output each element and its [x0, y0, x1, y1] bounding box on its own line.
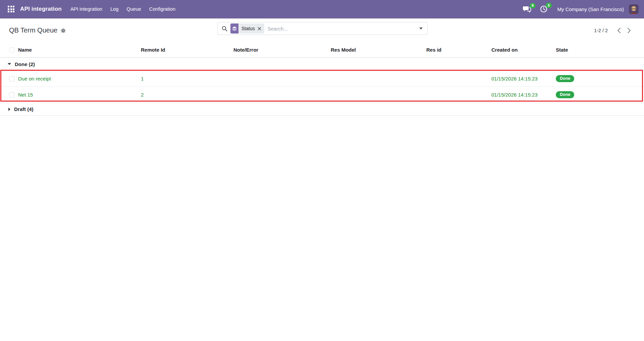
group-by-layers-icon: [230, 23, 238, 34]
navbar-menu: API integration Log Queue Configration: [66, 0, 179, 18]
table-row[interactable]: Due on receipt 1 01/15/2026 14:15:23 Don…: [0, 71, 644, 87]
avatar-image: [629, 4, 639, 14]
cell-state[interactable]: Done: [554, 91, 644, 98]
app-brand[interactable]: API integration: [20, 6, 62, 12]
select-all-checkbox-cell: [0, 47, 16, 53]
row-checkbox-cell: [0, 92, 16, 98]
search-input[interactable]: [268, 26, 415, 32]
messages-count-badge: 8: [530, 3, 535, 8]
row-checkbox-cell: [0, 76, 16, 81]
menu-item-log[interactable]: Log: [106, 0, 122, 18]
messages-icon[interactable]: 8: [523, 6, 531, 13]
column-header-res-id[interactable]: Res id: [424, 47, 489, 53]
pager-previous-button[interactable]: [614, 25, 624, 36]
pager-next-button[interactable]: [624, 25, 634, 36]
activities-count-badge: 5: [546, 3, 551, 8]
user-avatar[interactable]: [629, 4, 639, 14]
pager: 1-2 / 2: [594, 18, 634, 42]
group-header-done[interactable]: Done (2): [0, 58, 644, 71]
control-panel: QB Term Queue: [0, 18, 644, 42]
state-badge: Done: [556, 75, 574, 82]
menu-item-api-integration[interactable]: API integration: [66, 0, 106, 18]
group-label: Done (2): [15, 61, 35, 67]
cell-state[interactable]: Done: [554, 75, 644, 82]
search-bar: Status: [217, 22, 428, 35]
apps-grid-icon[interactable]: [5, 3, 17, 15]
cell-created-on[interactable]: 01/15/2026 14:15:23: [489, 76, 554, 81]
list-view: Name Remote Id Note/Error Res Model Res …: [0, 42, 644, 116]
search-dropdown-caret-icon[interactable]: [419, 27, 423, 30]
cell-remote-id[interactable]: 1: [139, 76, 231, 81]
gear-glyph: [60, 28, 66, 34]
group-header-draft[interactable]: Draft (4): [0, 103, 644, 116]
select-all-checkbox[interactable]: [9, 47, 14, 53]
cell-created-on[interactable]: 01/15/2026 14:15:23: [489, 92, 554, 98]
row-checkbox[interactable]: [9, 92, 14, 98]
apps-grid-glyph: [8, 6, 14, 12]
group-label: Draft (4): [14, 106, 34, 112]
cell-name[interactable]: Net 15: [16, 92, 139, 98]
state-badge: Done: [556, 91, 574, 98]
settings-gear-icon[interactable]: [60, 28, 66, 34]
column-header-created-on[interactable]: Created on: [489, 47, 554, 53]
menu-item-configration[interactable]: Configration: [145, 0, 179, 18]
column-header-note-error[interactable]: Note/Error: [231, 47, 329, 53]
navbar-right: 8 5 My Company (San Francisco): [514, 4, 639, 14]
column-header-state[interactable]: State: [554, 47, 644, 53]
cell-name[interactable]: Due on receipt: [16, 76, 139, 81]
table-row[interactable]: Net 15 2 01/15/2026 14:15:23 Done: [0, 87, 644, 103]
facet-label: Status: [238, 23, 258, 34]
row-checkbox[interactable]: [9, 76, 14, 81]
caret-down-icon: [8, 63, 11, 65]
column-header-remote-id[interactable]: Remote Id: [139, 47, 231, 53]
top-navbar: API integration API integration Log Queu…: [0, 0, 644, 18]
pager-range: 1-2 / 2: [594, 28, 608, 33]
search-facet-status: Status: [230, 23, 264, 34]
column-header-name[interactable]: Name: [16, 47, 139, 53]
company-switcher[interactable]: My Company (San Francisco): [557, 6, 624, 12]
column-header-res-model[interactable]: Res Model: [329, 47, 424, 53]
caret-right-icon: [8, 108, 10, 111]
facet-remove-icon[interactable]: [258, 23, 264, 34]
cell-remote-id[interactable]: 2: [139, 92, 231, 98]
page-title: QB Term Queue: [9, 26, 57, 34]
activities-icon[interactable]: 5: [540, 5, 547, 13]
menu-item-queue[interactable]: Queue: [122, 0, 145, 18]
table-header-row: Name Remote Id Note/Error Res Model Res …: [0, 42, 644, 58]
search-icon: [222, 26, 227, 32]
